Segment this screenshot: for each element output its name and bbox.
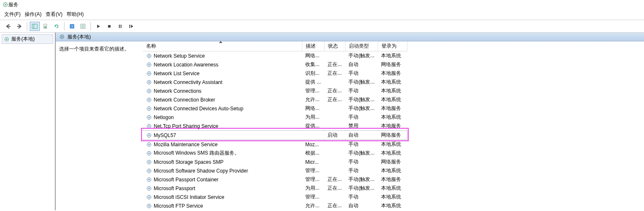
service-name: Network Connectivity Assistant	[154, 79, 222, 85]
refresh-button[interactable]	[52, 22, 62, 31]
services-table[interactable]: 名称 描述 状态 启动类型 登录为 Network Setup Service网…	[143, 41, 407, 210]
toolbar: ?	[0, 20, 644, 33]
menu-file[interactable]: 文件(F)	[4, 11, 21, 18]
service-status: 正在...	[324, 60, 345, 69]
service-logon: 本地系统	[378, 193, 407, 201]
window-title: 服务	[8, 1, 18, 8]
export-list-button[interactable]	[41, 22, 51, 31]
table-row[interactable]: Network Setup Service网络...手动(触发...本地系统	[143, 51, 407, 61]
service-name: Network List Service	[154, 71, 199, 76]
table-row[interactable]: Network List Service识别...正在...手动本地服务	[143, 69, 407, 78]
table-row[interactable]: Microsoft Software Shadow Copy Provider管…	[143, 166, 407, 175]
tree-node-services-local[interactable]: 服务(本地)	[2, 34, 53, 44]
svg-point-61	[148, 99, 150, 101]
service-status	[324, 166, 345, 175]
service-startup: 手动	[345, 140, 378, 149]
gear-icon	[146, 123, 152, 129]
service-status: 正在...	[324, 184, 345, 193]
detail-hint: 选择一个项目来查看它的描述。	[59, 46, 129, 52]
gear-icon	[146, 114, 152, 120]
service-logon: 本地服务	[378, 175, 407, 184]
service-startup: 手动	[345, 69, 378, 78]
start-service-button[interactable]	[93, 22, 103, 31]
service-name: Network Setup Service	[154, 53, 205, 59]
svg-point-67	[148, 108, 150, 109]
service-status: 正在...	[324, 201, 345, 210]
tree-pane: 服务(本地)	[0, 33, 56, 210]
forward-button[interactable]	[14, 22, 24, 31]
service-logon: 本地系统	[378, 95, 407, 104]
table-row[interactable]: Network Connection Broker允许...正在...手动(触发…	[143, 95, 407, 104]
service-logon: 本地系统	[378, 166, 407, 175]
table-row[interactable]: Netlogon为用...手动本地系统	[143, 113, 407, 122]
table-row[interactable]: Network Connected Devices Auto-Setup网络..…	[143, 104, 407, 113]
menu-view[interactable]: 查看(V)	[46, 11, 62, 18]
gear-icon	[146, 71, 152, 76]
table-row[interactable]: Microsoft Passport为用...正在...手动(触发...本地系统	[143, 184, 407, 193]
svg-point-91	[148, 144, 150, 145]
svg-rect-22	[108, 25, 111, 28]
gear-icon	[146, 177, 152, 183]
svg-rect-25	[129, 25, 130, 28]
service-startup: 手动	[345, 193, 378, 201]
show-hide-tree-button[interactable]	[30, 22, 40, 31]
menu-action[interactable]: 操作(A)	[25, 11, 41, 18]
column-header-row: 名称 描述 状态 启动类型 登录为	[143, 41, 407, 51]
service-description: 管理...	[302, 193, 324, 201]
table-row[interactable]: Microsoft iSCSI Initiator Service管理...手动…	[143, 193, 407, 201]
gear-icon	[146, 97, 152, 103]
table-row[interactable]: Microsoft Passport Container管理...正在...手动…	[143, 175, 407, 184]
svg-line-9	[7, 3, 7, 3]
svg-point-49	[148, 81, 150, 83]
menubar: 文件(F) 操作(A) 查看(V) 帮助(H)	[0, 9, 644, 20]
svg-point-79	[148, 125, 150, 127]
column-name[interactable]: 名称	[143, 41, 302, 51]
table-row[interactable]: MySQL57启动自动网络服务	[143, 131, 407, 140]
table-row[interactable]: Network Location Awareness收集...正在...自动网络…	[143, 60, 407, 69]
service-description: 网络...	[302, 51, 324, 61]
service-startup: 手动	[345, 86, 378, 95]
svg-rect-23	[119, 25, 120, 28]
restart-service-button[interactable]	[126, 22, 136, 31]
svg-point-1	[5, 4, 6, 5]
list-pane: 名称 描述 状态 启动类型 登录为 Network Setup Service网…	[143, 41, 644, 210]
service-status: 启动	[324, 131, 345, 140]
back-button[interactable]	[3, 22, 13, 31]
pause-service-button[interactable]	[115, 22, 125, 31]
column-status[interactable]: 状态	[324, 41, 345, 51]
main-area: 服务(本地) 服务(本地) 选择一个项目来查看它的描述。 名称 描述 状态	[0, 33, 644, 210]
svg-line-8	[4, 6, 4, 6]
table-row[interactable]: Microsoft Storage Spaces SMPMicr...手动网络服…	[143, 158, 407, 166]
table-row[interactable]: Microsoft Windows SMS 路由器服务。根据...手动(触发..…	[143, 149, 407, 158]
service-name: Net.Tcp Port Sharing Service	[154, 123, 218, 129]
svg-point-31	[148, 55, 150, 57]
service-logon: 网络服务	[378, 131, 407, 140]
service-description: Moz...	[302, 140, 324, 149]
stop-service-button[interactable]	[104, 22, 114, 31]
gear-icon	[146, 88, 152, 94]
column-startup-type[interactable]: 启动类型	[345, 41, 378, 51]
service-startup: 自动	[345, 60, 378, 69]
svg-rect-14	[33, 24, 34, 28]
service-name: Mozilla Maintenance Service	[154, 142, 218, 147]
properties-button[interactable]	[78, 22, 88, 31]
column-description[interactable]: 描述	[302, 41, 324, 51]
table-row[interactable]: Network Connectivity Assistant提供 ...手动(触…	[143, 78, 407, 86]
svg-point-115	[148, 179, 150, 180]
service-logon: 本地系统	[378, 51, 407, 61]
table-row[interactable]: Mozilla Maintenance ServiceMoz...手动本地系统	[143, 140, 407, 149]
svg-text:?: ?	[71, 24, 73, 28]
help-button[interactable]: ?	[67, 22, 77, 31]
table-row[interactable]: Net.Tcp Port Sharing Service提供...禁用本地服务	[143, 122, 407, 131]
svg-point-37	[148, 64, 150, 66]
tree-node-label: 服务(本地)	[11, 36, 35, 43]
svg-point-97	[148, 153, 150, 154]
table-row[interactable]: Microsoft FTP Service允许...正在...自动本地系统	[143, 201, 407, 210]
gear-icon	[146, 142, 152, 147]
table-row[interactable]: Network Connections管理...正在...手动本地系统	[143, 86, 407, 95]
service-description: Micr...	[302, 158, 324, 166]
column-logon-as[interactable]: 登录为	[378, 41, 407, 51]
menu-help[interactable]: 帮助(H)	[67, 11, 84, 18]
service-startup: 手动(触发...	[345, 51, 378, 61]
svg-rect-24	[121, 25, 121, 28]
